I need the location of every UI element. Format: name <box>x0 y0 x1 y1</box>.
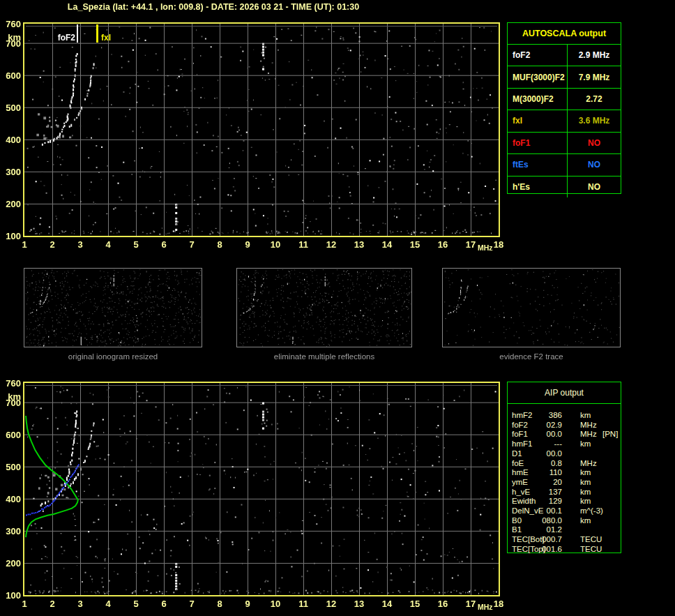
aip-output-panel: AIP output hmF2386kmfoF202.9MHzfoF100.0M… <box>507 382 621 553</box>
autoscala-row: foF1NO <box>508 133 621 154</box>
aip-row: B0080.0km <box>508 516 621 525</box>
y-axis-tick-label: 600 <box>0 71 21 80</box>
aip-row-label: foE <box>512 459 524 467</box>
aip-row-value: 00.1 <box>523 506 562 515</box>
aip-row-value: 00.0 <box>523 430 562 438</box>
x-axis-tick-label: 2 <box>43 240 61 250</box>
autoscala-row: foF22.9 MHz <box>508 45 621 66</box>
autoscala-row-label: h'Es <box>513 182 530 192</box>
aip-row-value: 0.8 <box>523 459 562 467</box>
fof2-marker-label: foF2 <box>53 33 75 43</box>
main-ionogram-plot <box>24 24 499 236</box>
thumbnail-caption: evidence F2 trace <box>442 352 621 361</box>
autoscala-row: MUF(3000)F27.9 MHz <box>508 66 621 88</box>
fxi-marker-label: fxI <box>101 33 111 43</box>
y-axis-tick-label: 200 <box>0 559 21 568</box>
thumbnail-caption: original ionogram resized <box>24 352 202 361</box>
x-axis-tick-label: 4 <box>99 599 117 609</box>
autoscala-row: fxI3.6 MHz <box>508 110 621 132</box>
x-axis-tick-label: 8 <box>211 240 229 250</box>
aip-row-value: 000.7 <box>523 535 562 543</box>
aip-row-unit: km <box>580 440 591 448</box>
y-axis-tick-label: 300 <box>0 527 21 536</box>
thumbnail-caption: eliminate multiple reflections <box>236 352 412 361</box>
aip-row-unit: m^(-3) <box>580 506 603 515</box>
x-axis-tick-label: 15 <box>406 599 424 609</box>
aip-row: DelN_vE00.1m^(-3) <box>508 506 621 516</box>
y-axis-tick-label: 300 <box>0 167 21 176</box>
x-axis-tick-label: 1 <box>15 599 33 609</box>
aip-row: hmF1---km <box>508 440 621 449</box>
autoscala-row-value: 2.9 MHz <box>567 50 621 60</box>
x-axis-tick-label: 13 <box>350 240 368 250</box>
autoscala-column-divider <box>567 45 568 66</box>
autoscala-row-value: 3.6 MHz <box>567 116 621 126</box>
autoscala-row-label: fxI <box>513 116 522 126</box>
x-axis-tick-label: 10 <box>266 599 285 609</box>
aip-row-label: B0 <box>512 516 522 525</box>
aip-row-note: [PN] <box>602 430 618 438</box>
aip-row-value: 001.6 <box>523 545 562 553</box>
y-axis-tick-label: 200 <box>0 200 21 209</box>
aip-row-value: 386 <box>523 411 562 419</box>
aip-row-value: 01.2 <box>523 525 562 534</box>
profile-ionogram-plot <box>24 383 499 595</box>
x-axis-tick-label: 14 <box>378 240 396 250</box>
aip-row-unit: km <box>580 478 591 486</box>
autoscala-column-divider <box>567 110 568 131</box>
x-axis-tick-label: 1 <box>15 240 33 250</box>
station-title: La_Spezia (lat: +44.1 , lon: 009.8) - DA… <box>0 2 427 12</box>
x-axis-tick-label: 16 <box>434 599 452 609</box>
x-axis-tick-label: 12 <box>322 240 340 250</box>
autoscala-row-value: 2.72 <box>567 94 621 104</box>
autoscala-app-window: La_Spezia (lat: +44.1 , lon: 009.8) - DA… <box>0 0 675 616</box>
x-axis-tick-label: 9 <box>238 599 257 609</box>
aip-row-unit: MHz <box>580 421 597 429</box>
aip-row-unit: km <box>580 411 591 419</box>
aip-row-unit: km <box>580 516 591 525</box>
aip-row: B101.2 <box>508 525 621 534</box>
aip-row-unit: km <box>580 488 591 496</box>
y-axis-unit-label: km <box>0 392 21 401</box>
autoscala-column-divider <box>567 66 568 87</box>
aip-row: foF202.9MHz <box>508 421 621 430</box>
aip-row-value: 129 <box>523 497 562 505</box>
autoscala-column-divider <box>567 89 568 110</box>
x-axis-tick-label: 6 <box>155 240 173 250</box>
aip-row-value: --- <box>523 440 562 448</box>
aip-row-value: 00.0 <box>523 449 562 458</box>
autoscala-row-value: NO <box>567 182 621 192</box>
autoscala-output-panel: AUTOSCALA output foF22.9 MHzMUF(3000)F27… <box>507 22 621 194</box>
x-axis-tick-label: 9 <box>238 240 257 250</box>
x-axis-tick-label: 4 <box>99 240 117 250</box>
aip-row-value: 110 <box>523 468 562 476</box>
thumbnail-original <box>24 268 202 347</box>
x-axis-tick-label: 5 <box>127 240 145 250</box>
x-axis-tick-label: 10 <box>266 240 285 250</box>
aip-row: foE0.8MHz <box>508 459 621 468</box>
autoscala-row-label: foF2 <box>513 50 530 60</box>
y-axis-tick-label: 760 <box>0 20 21 29</box>
autoscala-column-divider <box>567 176 568 197</box>
x-axis-tick-label: 12 <box>322 599 340 609</box>
aip-row-value: 137 <box>523 488 562 496</box>
aip-row-unit: km <box>580 468 591 476</box>
autoscala-row-label: MUF(3000)F2 <box>513 73 565 82</box>
x-axis-tick-label: 7 <box>183 599 201 609</box>
autoscala-row-value: NO <box>567 160 621 170</box>
autoscala-output-title: AUTOSCALA output <box>508 23 621 45</box>
x-axis-tick-label: 7 <box>183 240 201 250</box>
aip-rows: hmF2386kmfoF202.9MHzfoF100.0MHz[PN]hmF1-… <box>508 404 621 553</box>
x-axis-tick-label: 11 <box>294 240 312 250</box>
x-axis-tick-label: 16 <box>434 240 452 250</box>
autoscala-row-label: M(3000)F2 <box>513 94 554 104</box>
autoscala-row: ftEsNO <box>508 154 621 176</box>
autoscala-row: M(3000)F22.72 <box>508 89 621 110</box>
aip-row: TEC[Top]001.6TECU <box>508 545 621 554</box>
aip-row-unit: km <box>580 497 591 505</box>
x-axis-tick-label: 5 <box>127 599 145 609</box>
x-axis-tick-label: 2 <box>43 599 61 609</box>
y-axis-tick-label: 400 <box>0 135 21 144</box>
aip-row: h_vE137km <box>508 488 621 497</box>
x-axis-tick-label: 3 <box>71 599 89 609</box>
